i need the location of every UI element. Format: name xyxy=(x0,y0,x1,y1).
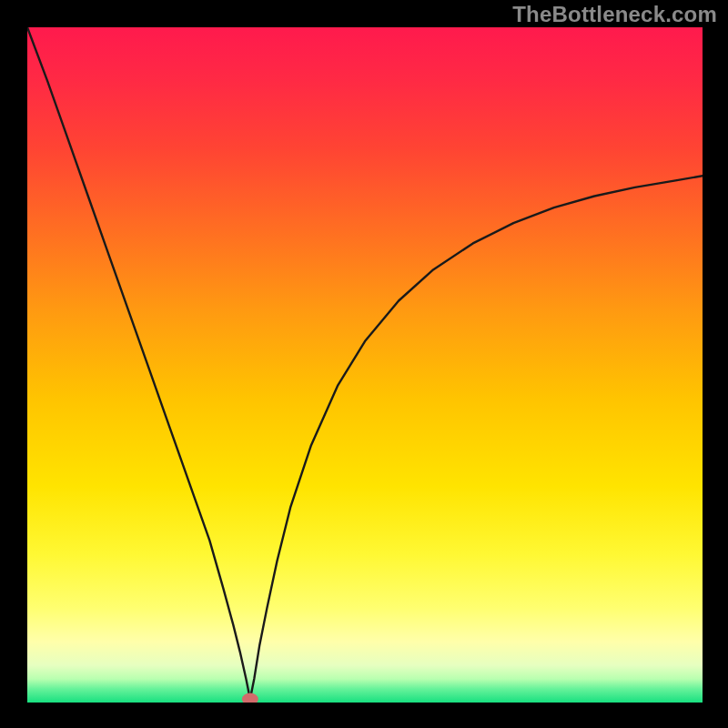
watermark-text: TheBottleneck.com xyxy=(512,2,717,27)
minimum-marker xyxy=(242,693,258,705)
plot-background xyxy=(27,27,703,703)
chart-frame: TheBottleneck.com xyxy=(0,0,728,728)
bottleneck-chart xyxy=(0,0,728,728)
